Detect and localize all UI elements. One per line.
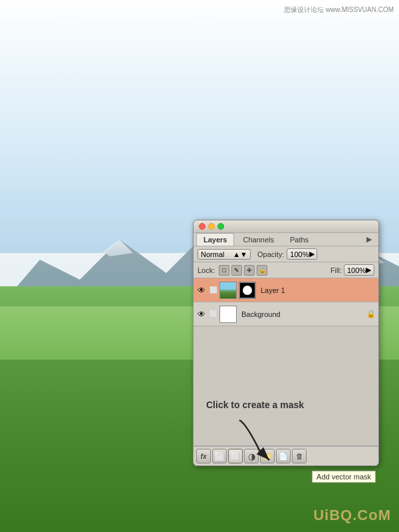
layer-1-thumbnail bbox=[219, 282, 237, 299]
background-thumbnail bbox=[219, 306, 237, 323]
blend-mode-select[interactable]: Normal ▲▼ bbox=[198, 249, 251, 260]
sky-background bbox=[0, 0, 399, 253]
layer-1-visibility[interactable]: 👁 bbox=[196, 285, 207, 296]
watermark-top: 思缘设计论坛 www.MISSVUAN.COM bbox=[284, 5, 394, 15]
blend-opacity-row: Normal ▲▼ Opacity: 100% ▶ bbox=[194, 246, 378, 262]
traffic-lights bbox=[199, 223, 224, 230]
annotation: Click to create a mask bbox=[193, 399, 326, 466]
fill-label: Fill: bbox=[331, 266, 342, 274]
tab-layers[interactable]: Layers bbox=[196, 233, 234, 246]
layer-row-background[interactable]: 👁 ⬜ Background 🔒 bbox=[194, 302, 378, 326]
lock-label: Lock: bbox=[198, 266, 215, 274]
lock-image-icon[interactable]: ✎ bbox=[231, 265, 242, 276]
layer-row-1[interactable]: 👁 ⬜ Layer 1 bbox=[194, 278, 378, 302]
background-lock-icon: 🔒 bbox=[366, 310, 376, 318]
background-name: Background bbox=[239, 310, 366, 318]
watermark-bottom: UiBQ.CoM bbox=[313, 507, 391, 524]
minimize-button[interactable] bbox=[208, 223, 215, 230]
lock-fill-row: Lock: □ ✎ ✛ 🔒 Fill: 100% ▶ bbox=[194, 262, 378, 278]
layer-1-link: ⬜ bbox=[209, 286, 218, 295]
tab-channels[interactable]: Channels bbox=[235, 233, 281, 246]
opacity-label: Opacity: bbox=[257, 250, 284, 258]
lock-transparent-icon[interactable]: □ bbox=[219, 265, 229, 276]
add-vector-mask-tooltip: Add vector mask bbox=[312, 471, 376, 483]
lock-position-icon[interactable]: ✛ bbox=[244, 265, 255, 276]
background-visibility[interactable]: 👁 bbox=[196, 309, 207, 320]
panel-tabs: Layers Channels Paths ▶ bbox=[194, 233, 378, 246]
layer-1-name: Layer 1 bbox=[258, 286, 376, 294]
layer-1-mask-thumbnail bbox=[239, 282, 256, 299]
tab-paths[interactable]: Paths bbox=[283, 233, 316, 246]
annotation-text: Click to create a mask bbox=[206, 399, 326, 410]
background-link: ⬜ bbox=[209, 310, 218, 319]
panel-menu-arrow[interactable]: ▶ bbox=[362, 233, 376, 246]
close-button[interactable] bbox=[199, 223, 205, 230]
layers-list: 👁 ⬜ Layer 1 👁 ⬜ Background 🔒 bbox=[194, 278, 378, 326]
opacity-value[interactable]: 100% ▶ bbox=[287, 248, 317, 260]
maximize-button[interactable] bbox=[217, 223, 224, 230]
lock-all-icon[interactable]: 🔒 bbox=[257, 265, 267, 276]
panel-titlebar bbox=[194, 220, 378, 233]
annotation-arrow bbox=[233, 417, 286, 463]
fill-value[interactable]: 100% ▶ bbox=[344, 264, 374, 276]
